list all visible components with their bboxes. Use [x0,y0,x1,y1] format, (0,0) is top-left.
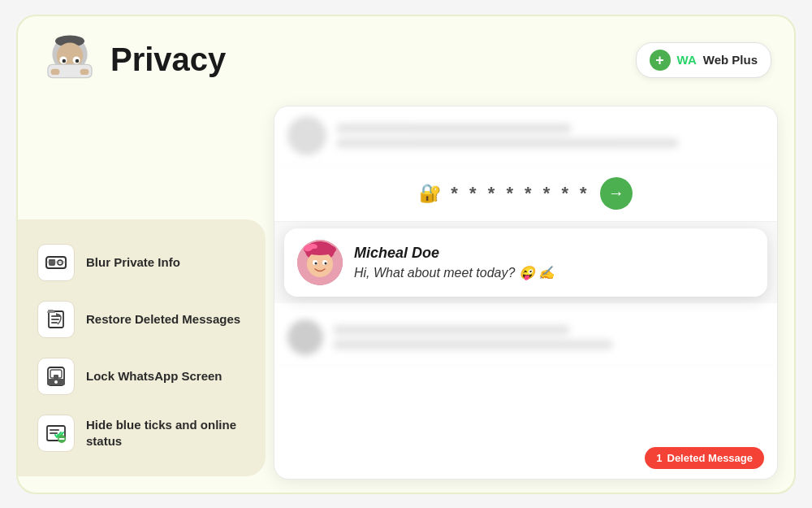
text-line [333,340,613,350]
svg-point-7 [76,59,80,63]
lock-label: Lock WhatsApp Screen [86,368,222,384]
feature-item-blur[interactable]: Blur Private Info [34,237,249,288]
webplus-label: Web Plus [703,53,758,67]
ticks-label: Hide blue ticks and online status [86,417,246,449]
page-title: Privacy [110,41,226,78]
chat-text [336,124,764,148]
body: Blur Private Info [18,98,794,493]
eye-mask-icon [37,244,75,281]
svg-rect-21 [47,311,55,313]
chat-content: Micheal Doe Hi, What about meet today? 😜… [354,245,754,280]
svg-rect-25 [54,375,58,379]
text-line [336,138,679,148]
privacy-card: Privacy + WA Web Plus [16,15,796,494]
content-area: 🔐 * * * * * * * * → [266,98,794,493]
sidebar-inner: Blur Private Info [18,219,266,476]
deleted-label: Deleted Message [667,452,754,464]
blur-label: Blur Private Info [86,254,180,271]
deleted-count: 1 [656,452,662,464]
deleted-message-badge: 1 Deleted Message [645,447,764,469]
svg-rect-29 [50,432,58,434]
sidebar: Blur Private Info [18,98,266,493]
chat-message: Hi, What about meet today? 😜 ✍️ [354,265,754,280]
avatar [287,319,323,355]
avatar [287,116,326,155]
plus-circle-icon: + [650,50,671,71]
lock-screen-icon [37,358,75,395]
restore-icon [37,301,75,338]
feature-item-lock[interactable]: Lock WhatsApp Screen [34,351,249,402]
svg-point-26 [54,380,58,384]
text-line [336,124,572,133]
svg-rect-14 [45,261,67,263]
svg-rect-9 [80,68,89,74]
chat-list: 🔐 * * * * * * * * → [274,106,778,480]
svg-rect-18 [51,322,58,323]
text-line [333,325,570,335]
submit-arrow-button[interactable]: → [600,177,633,210]
blurred-chat-row-2 [274,310,777,366]
active-chat-row[interactable]: Micheal Doe Hi, What about meet today? 😜… [284,228,767,297]
hide-ticks-icon [37,415,75,452]
active-avatar [297,240,343,285]
svg-rect-28 [50,429,59,431]
svg-point-6 [63,59,67,63]
restore-label: Restore Deleted Messages [86,311,240,328]
bottom-section: 1 Deleted Message [274,437,777,479]
svg-rect-17 [51,319,59,320]
svg-point-40 [325,262,327,264]
password-dots[interactable]: * * * * * * * * [451,183,590,204]
svg-point-39 [315,262,317,264]
password-row: 🔐 * * * * * * * * → [274,166,777,222]
feature-item-restore[interactable]: Restore Deleted Messages [34,294,249,345]
svg-rect-8 [51,68,60,74]
mascot-icon [41,31,99,89]
blurred-chat-row-1 [274,106,777,166]
svg-rect-12 [49,259,55,261]
lock-icon: 🔐 [419,183,441,204]
feature-item-ticks[interactable]: Hide blue ticks and online status [34,408,249,458]
header: Privacy + WA Web Plus [18,16,794,98]
chat-name: Micheal Doe [354,245,754,262]
web-plus-badge[interactable]: + WA Web Plus [636,42,771,78]
chat-text [333,325,764,350]
wa-logo: WA [677,53,697,67]
header-left: Privacy [41,31,226,89]
